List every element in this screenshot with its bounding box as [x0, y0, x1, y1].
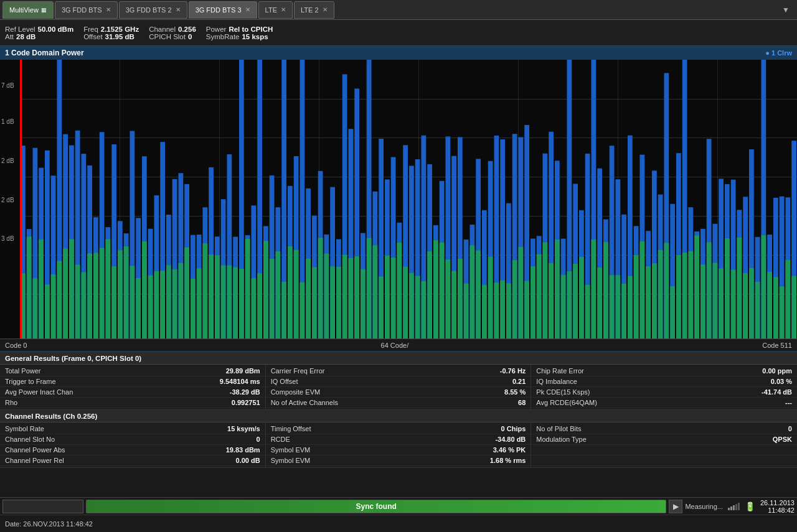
date-footer-text: Date: 26.NOV.2013 11:48:42 — [5, 520, 93, 528]
svg-rect-9 — [45, 284, 50, 338]
svg-rect-209 — [652, 263, 657, 338]
svg-rect-225 — [700, 264, 705, 338]
svg-rect-227 — [707, 242, 712, 338]
results-col-3: Chip Rate Error 0.00 ppm IQ Imbalance 0.… — [531, 365, 797, 409]
svg-rect-95 — [306, 259, 311, 338]
svg-rect-129 — [409, 273, 414, 338]
general-results-title: General Results (Frame 0, CPICH Slot 0) — [5, 355, 141, 362]
svg-rect-131 — [415, 276, 420, 338]
svg-rect-229 — [713, 263, 718, 338]
svg-rect-65 — [215, 255, 220, 338]
tab-3g-fdd-3[interactable]: 3G FDD BTS 3 ✕ — [189, 1, 257, 19]
svg-rect-47 — [160, 271, 165, 338]
ch-results-col-1: Symbol Rate 15 ksym/s Channel Slot No 0 … — [0, 422, 266, 467]
svg-rect-55 — [184, 248, 189, 338]
att-value: 28 dB — [16, 33, 35, 40]
svg-rect-157 — [494, 282, 499, 338]
y-label-3: 2 dB — [1, 157, 14, 164]
cpich-slot-label: CPICH Slot — [149, 33, 186, 40]
svg-rect-235 — [731, 269, 736, 338]
rcde-label: RCDE — [271, 436, 290, 443]
pk-cde-value: -41.74 dB — [762, 388, 792, 396]
modulation-value: QPSK — [773, 436, 792, 443]
svg-rect-169 — [531, 266, 535, 338]
results-col-2: Carrier Freq Error -0.76 Hz IQ Offset 0.… — [266, 365, 532, 409]
multiview-icon: ▦ — [41, 7, 47, 13]
rcde-value: -34.80 dB — [495, 436, 526, 443]
chart-title: 1 Code Domain Power — [5, 49, 84, 57]
svg-rect-135 — [427, 251, 432, 338]
svg-rect-39 — [136, 278, 141, 338]
chart-container: 1 Code Domain Power ● 1 Clrw 7 dB 1 dB 2… — [0, 46, 797, 338]
svg-rect-13 — [57, 261, 62, 338]
svg-rect-105 — [336, 267, 341, 338]
svg-rect-193 — [603, 242, 608, 338]
svg-rect-5 — [33, 278, 38, 338]
trigger-value: 9.548104 ms — [220, 378, 260, 385]
svg-rect-185 — [579, 257, 584, 338]
tab-lte-close[interactable]: ✕ — [281, 6, 286, 13]
svg-rect-115 — [367, 238, 372, 338]
svg-rect-123 — [391, 258, 396, 338]
info-bar: Ref Level 50.00 dBm Att 28 dB Freq 2.152… — [0, 20, 797, 46]
iq-imbalance-value: 0.03 % — [771, 378, 792, 385]
svg-rect-133 — [422, 281, 427, 338]
svg-rect-99 — [318, 238, 323, 338]
svg-rect-159 — [500, 281, 505, 338]
modulation-label: Modulation Type — [536, 436, 587, 443]
svg-rect-49 — [166, 265, 171, 338]
svg-rect-247 — [767, 272, 772, 338]
status-input[interactable] — [2, 500, 83, 513]
svg-rect-219 — [682, 253, 687, 338]
tab-scroll-arrow[interactable]: ▼ — [777, 3, 795, 17]
freq-label: Freq — [83, 26, 98, 33]
svg-rect-121 — [385, 256, 390, 338]
symbol-evm-pk-value: 3.46 % PK — [493, 446, 526, 454]
svg-rect-73 — [239, 269, 244, 338]
tab-3g-fdd-3-close[interactable]: ✕ — [245, 6, 250, 13]
svg-rect-237 — [737, 238, 742, 338]
power-abs-value: 19.83 dBm — [226, 446, 260, 454]
svg-rect-85 — [276, 251, 281, 338]
iq-imbalance-label: IQ Imbalance — [536, 378, 577, 385]
svg-rect-59 — [197, 269, 202, 338]
y-label-5: 3 dB — [1, 235, 14, 242]
tab-3g-fdd-1[interactable]: 3G FDD BTS ✕ — [55, 1, 118, 19]
composite-evm-label: Composite EVM — [271, 388, 320, 396]
ch-result-row-power-abs: Channel Power Abs 19.83 dBm — [0, 445, 265, 455]
tab-multiview[interactable]: MultiView ▦ — [2, 1, 54, 19]
svg-rect-149 — [470, 245, 475, 338]
svg-rect-11 — [51, 274, 56, 338]
freq-group: Freq 2.1525 GHz Offset 31.95 dB — [83, 26, 139, 40]
total-power-label: Total Power — [5, 367, 40, 375]
tab-3g-fdd-2[interactable]: 3G FDD BTS 2 ✕ — [119, 1, 187, 19]
svg-rect-181 — [567, 271, 572, 338]
cpich-slot-value: 0 — [188, 33, 192, 40]
svg-rect-71 — [233, 268, 238, 338]
svg-rect-119 — [379, 277, 384, 338]
tab-lte2-close[interactable]: ✕ — [323, 6, 328, 13]
chart-bottom-bar: Code 0 64 Code/ Code 511 — [0, 338, 797, 351]
svg-rect-97 — [312, 267, 317, 338]
svg-rect-113 — [361, 269, 365, 338]
tab-3g-fdd-1-close[interactable]: ✕ — [106, 6, 111, 13]
tab-3g-fdd-2-close[interactable]: ✕ — [176, 6, 181, 13]
svg-rect-161 — [506, 283, 511, 338]
tab-lte2[interactable]: LTE 2 ✕ — [294, 1, 334, 19]
channel-group: Channel 0.256 CPICH Slot 0 — [149, 26, 196, 40]
power-value: Rel to CPICH — [229, 26, 273, 33]
channel-results-grid: Symbol Rate 15 ksym/s Channel Slot No 0 … — [0, 422, 797, 468]
svg-rect-89 — [288, 246, 293, 338]
iq-offset-value: 0.21 — [512, 378, 526, 385]
ch-result-row-symbol-evm-rms: Symbol EVM 1.68 % rms — [266, 455, 531, 466]
tab-lte[interactable]: LTE ✕ — [258, 1, 293, 19]
result-row-trigger: Trigger to Frame 9.548104 ms — [0, 376, 265, 387]
power-rel-label: Channel Power Rel — [5, 457, 64, 464]
svg-rect-67 — [221, 265, 226, 338]
svg-rect-255 — [791, 276, 796, 338]
sync-arrow[interactable]: ▶ — [669, 500, 682, 513]
result-row-iq-offset: IQ Offset 0.21 — [266, 376, 531, 387]
result-row-total-power: Total Power 29.89 dBm — [0, 366, 265, 376]
result-row-carrier-freq: Carrier Freq Error -0.76 Hz — [266, 366, 531, 376]
x-label-center: 64 Code/ — [381, 342, 409, 349]
